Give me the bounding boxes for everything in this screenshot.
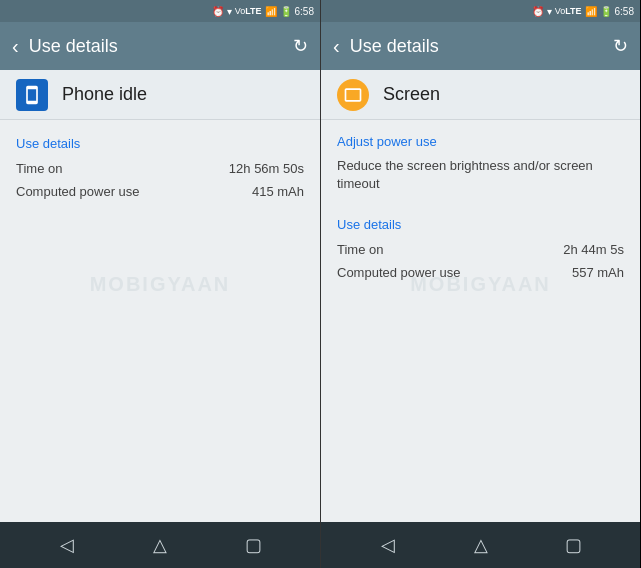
time-on-label-left: Time on	[16, 161, 62, 176]
status-time-right: 6:58	[615, 6, 634, 17]
signal-bars-left: 📶	[265, 6, 277, 17]
time-on-value-left: 12h 56m 50s	[229, 161, 304, 176]
app-icon-screen	[337, 79, 369, 111]
app-header-left: Phone idle	[0, 70, 320, 120]
volte-icon-left: VoLTE	[235, 6, 262, 16]
section-label-right: Use details	[321, 201, 640, 238]
power-value-left: 415 mAh	[252, 184, 304, 199]
app-icon-phone-idle	[16, 79, 48, 111]
volte-icon-right: VoLTE	[555, 6, 582, 16]
nav-home-right[interactable]: △	[461, 534, 501, 556]
left-panel: ⏰ ▾ VoLTE 📶 🔋 6:58 ‹ Use details ↻ Phone…	[0, 0, 320, 568]
nav-back-left[interactable]: ◁	[47, 534, 87, 556]
reduce-text: Reduce the screen brightness and/or scre…	[321, 153, 640, 201]
power-label-left: Computed power use	[16, 184, 140, 199]
top-bar-title-left: Use details	[29, 36, 283, 57]
wifi-icon-right: ▾	[547, 6, 552, 17]
right-panel: ⏰ ▾ VoLTE 📶 🔋 6:58 ‹ Use details ↻ Scree…	[320, 0, 640, 568]
time-on-value-right: 2h 44m 5s	[563, 242, 624, 257]
signal-bars-right: 📶	[585, 6, 597, 17]
alarm-icon-right: ⏰	[532, 6, 544, 17]
content-right: Adjust power use Reduce the screen brigh…	[321, 120, 640, 522]
detail-row-time-right: Time on 2h 44m 5s	[321, 238, 640, 261]
status-time-left: 6:58	[295, 6, 314, 17]
status-bar-right: ⏰ ▾ VoLTE 📶 🔋 6:58	[321, 0, 640, 22]
section-label-left: Use details	[0, 120, 320, 157]
battery-icon-left: 🔋	[280, 6, 292, 17]
status-icons-right: ⏰ ▾ VoLTE 📶 🔋 6:58	[532, 6, 634, 17]
nav-recent-left[interactable]: ▢	[233, 534, 273, 556]
nav-bar-left: ◁ △ ▢	[0, 522, 320, 568]
status-icons-left: ⏰ ▾ VoLTE 📶 🔋 6:58	[212, 6, 314, 17]
time-on-label-right: Time on	[337, 242, 383, 257]
nav-bar-right: ◁ △ ▢	[321, 522, 640, 568]
wifi-icon-left: ▾	[227, 6, 232, 17]
back-button-right[interactable]: ‹	[333, 35, 340, 58]
adjust-power-link[interactable]: Adjust power use	[321, 120, 640, 153]
refresh-button-right[interactable]: ↻	[613, 35, 628, 57]
power-value-right: 557 mAh	[572, 265, 624, 280]
power-label-right: Computed power use	[337, 265, 461, 280]
nav-recent-right[interactable]: ▢	[554, 534, 594, 556]
content-left: Use details Time on 12h 56m 50s Computed…	[0, 120, 320, 522]
top-bar-title-right: Use details	[350, 36, 603, 57]
top-bar-left: ‹ Use details ↻	[0, 22, 320, 70]
refresh-button-left[interactable]: ↻	[293, 35, 308, 57]
nav-back-right[interactable]: ◁	[368, 534, 408, 556]
top-bar-right: ‹ Use details ↻	[321, 22, 640, 70]
alarm-icon-left: ⏰	[212, 6, 224, 17]
battery-icon-right: 🔋	[600, 6, 612, 17]
detail-row-power-left: Computed power use 415 mAh	[0, 180, 320, 203]
back-button-left[interactable]: ‹	[12, 35, 19, 58]
detail-row-time-left: Time on 12h 56m 50s	[0, 157, 320, 180]
detail-row-power-right: Computed power use 557 mAh	[321, 261, 640, 284]
status-bar-left: ⏰ ▾ VoLTE 📶 🔋 6:58	[0, 0, 320, 22]
app-title-screen: Screen	[383, 84, 440, 105]
nav-home-left[interactable]: △	[140, 534, 180, 556]
app-title-phone-idle: Phone idle	[62, 84, 147, 105]
app-header-right: Screen	[321, 70, 640, 120]
